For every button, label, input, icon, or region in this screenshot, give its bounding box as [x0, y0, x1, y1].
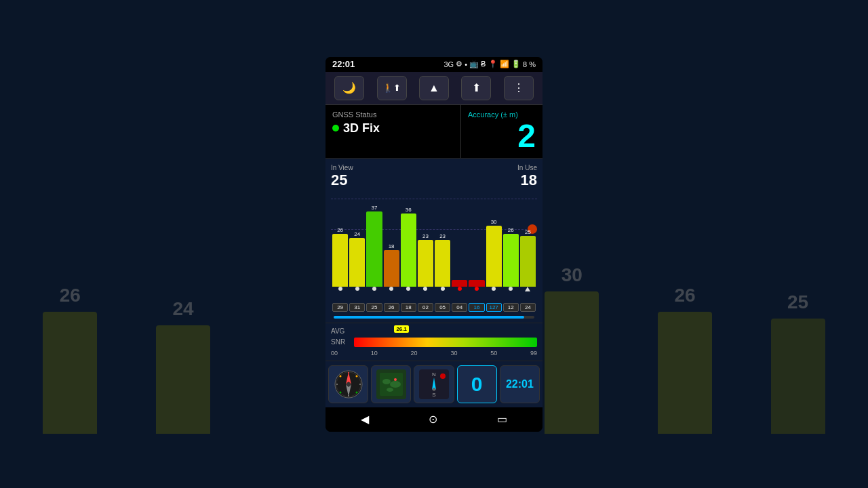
toolbar: 🌙 🚶⬆ ▲ ⬆ ⋮	[326, 72, 542, 105]
svg-point-3	[348, 372, 349, 373]
sat-dot-02	[423, 287, 427, 291]
nav-time-value: 22:01	[506, 378, 534, 390]
nav-time-button[interactable]: 22:01	[500, 365, 540, 403]
snr-scale: 00 10 20 30 50 99	[331, 350, 537, 357]
bg-bar: 30	[545, 264, 599, 434]
svg-point-2	[347, 382, 351, 386]
back-button[interactable]: ◀	[361, 413, 369, 426]
battery-pct: 8 %	[523, 60, 536, 68]
snr-bar-container	[354, 338, 537, 347]
sat-id-05: 05	[435, 303, 450, 312]
sat-id-26: 26	[384, 303, 399, 312]
bg-bar: 24	[156, 298, 210, 434]
svg-point-5	[348, 395, 349, 396]
wifi-icon: 📶	[500, 60, 509, 68]
sat-id-12: 12	[503, 303, 519, 312]
network-icon: 3G	[443, 60, 454, 68]
accuracy-label: Accuracy (± m)	[468, 110, 536, 119]
sat-dot-18	[406, 287, 410, 291]
sat-id-29: 29	[332, 303, 348, 312]
satellite-counts-row: In View 25 In Use 18	[331, 164, 537, 189]
svg-point-9	[339, 391, 341, 393]
system-nav-bar: ◀ ⊙ ▭	[326, 407, 542, 432]
bar-col-31: 24	[349, 231, 365, 287]
gnss-status-text: 3D Fix	[343, 121, 380, 136]
in-use-value: 18	[521, 171, 537, 189]
sat-dot-29	[338, 287, 342, 291]
cast-icon: 📺	[469, 60, 479, 68]
bar-col-02: 23	[418, 233, 433, 287]
bar-col-26: 18	[384, 243, 399, 287]
gnss-status-row: GNSS Status 3D Fix Accuracy (± m) 2	[326, 105, 542, 159]
nav-compass-button[interactable]	[328, 365, 368, 403]
gnss-label: GNSS Status	[332, 110, 454, 119]
bar-col-12: 26	[503, 227, 519, 287]
bar-col-05: 23	[435, 233, 450, 287]
snr-scale-99: 99	[530, 350, 537, 357]
sat-dot-16	[475, 287, 479, 291]
sat-dot-31	[355, 287, 359, 291]
dot-icon: •	[465, 60, 467, 68]
svg-text:N: N	[432, 371, 436, 378]
avg-label: AVG	[331, 327, 350, 335]
sat-id-04: 04	[452, 303, 467, 312]
nav-map-button[interactable]	[371, 365, 411, 403]
chart-area: In View 25 In Use 18 26 24	[326, 159, 542, 323]
battery-icon: 🔋	[511, 60, 521, 68]
satellite-id-row: 29 31 25 26 18 02 05 04 16 127 12 24	[331, 302, 537, 313]
sat-dot-25	[372, 287, 376, 291]
accuracy-value: 2	[468, 120, 536, 152]
snr-area: AVG 26.1 SNR 00 10 20 30 50 99	[326, 323, 542, 361]
svg-point-22	[440, 373, 446, 379]
svg-point-16	[394, 378, 397, 381]
compass-icon	[334, 369, 363, 399]
svg-point-7	[339, 375, 341, 377]
snr-label: SNR	[331, 338, 350, 346]
home-button[interactable]: ⊙	[429, 413, 437, 426]
snr-bar	[354, 338, 537, 347]
status-time: 22:01	[332, 59, 355, 69]
direction-button[interactable]: ▲	[419, 76, 449, 100]
map-icon	[376, 369, 406, 399]
recents-button[interactable]: ▭	[497, 413, 507, 426]
bar-col-29: 26	[332, 227, 348, 287]
bg-bar: 26	[43, 285, 97, 434]
bar-chart: 26 24 37 18	[331, 192, 537, 287]
location-icon: 📍	[488, 60, 498, 68]
in-view-value: 25	[331, 171, 353, 189]
svg-point-10	[355, 391, 357, 393]
sat-id-18: 18	[401, 303, 416, 312]
sat-id-24: 24	[520, 303, 536, 312]
accuracy-panel: Accuracy (± m) 2	[461, 105, 542, 158]
bar-col-04	[452, 279, 467, 287]
nav-pointer-button[interactable]: N S	[414, 365, 454, 403]
progress-bar-row	[331, 313, 537, 323]
svg-text:S: S	[432, 392, 435, 398]
navigation-button[interactable]: 🚶⬆	[377, 76, 407, 100]
svg-point-14	[390, 381, 401, 388]
fix-indicator	[332, 125, 339, 131]
bar-col-24: 25	[520, 229, 536, 287]
share-button[interactable]: ⬆	[461, 76, 491, 100]
more-button[interactable]: ⋮	[504, 76, 534, 100]
sat-dot-24	[525, 287, 530, 291]
svg-point-13	[382, 379, 391, 384]
sat-id-25: 25	[366, 303, 382, 312]
night-mode-button[interactable]: 🌙	[334, 76, 364, 100]
snr-row: SNR	[331, 338, 537, 347]
avg-row: AVG 26.1	[331, 327, 537, 335]
nav-zero-button[interactable]: 0	[457, 365, 497, 403]
snr-scale-20: 20	[411, 350, 418, 357]
status-bar: 22:01 3G ⚙ • 📺 Ƀ 📍 📶 🔋 8 %	[326, 57, 542, 72]
in-view-panel: In View 25	[331, 164, 353, 189]
bar-chart-container: 26 24 37 18	[331, 192, 537, 300]
sat-dot-05	[441, 287, 445, 291]
sat-dot-26	[389, 287, 393, 291]
gnss-status-panel: GNSS Status 3D Fix	[326, 105, 461, 158]
snr-scale-30: 30	[450, 350, 457, 357]
sat-dot-12	[509, 287, 513, 291]
svg-point-8	[355, 375, 357, 377]
in-use-panel: In Use 18	[517, 164, 537, 189]
gnss-value: 3D Fix	[332, 121, 454, 136]
svg-point-15	[387, 388, 393, 392]
